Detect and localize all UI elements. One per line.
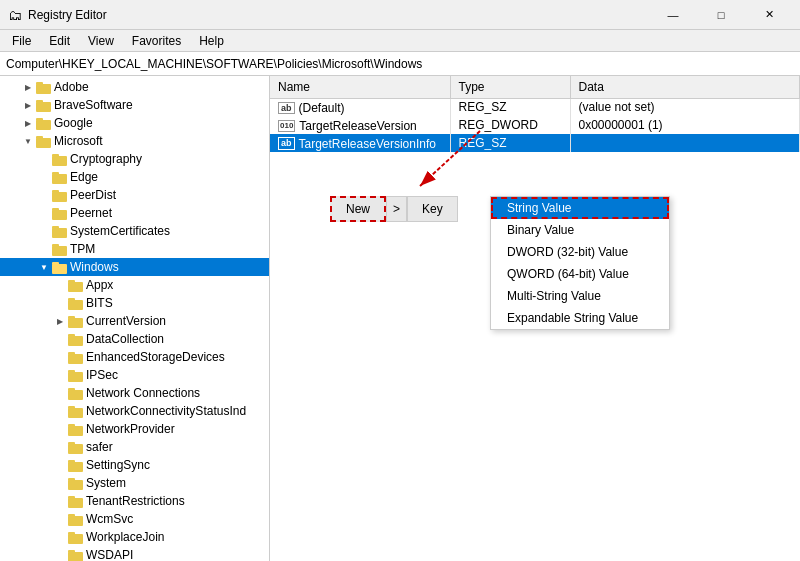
new-button[interactable]: New [330, 196, 386, 222]
svg-rect-1 [36, 82, 43, 85]
col-name[interactable]: Name [270, 76, 450, 98]
svg-rect-37 [68, 406, 75, 409]
svg-rect-31 [68, 352, 75, 355]
folder-icon-bits [68, 295, 84, 311]
svg-rect-5 [36, 118, 43, 121]
context-popup-multistring-value[interactable]: Multi-String Value [491, 285, 669, 307]
expander-appx [52, 277, 68, 293]
tree-item-wcmsvc[interactable]: WcmSvc [0, 510, 269, 528]
tree-item-tenantrestrictions[interactable]: TenantRestrictions [0, 492, 269, 510]
maximize-button[interactable]: □ [698, 0, 744, 30]
reg-icon-dword: 010 TargetReleaseVersion [278, 119, 417, 133]
expander-system [52, 475, 68, 491]
tree-label-systemcertificates: SystemCertificates [70, 224, 170, 238]
tree-item-windows[interactable]: Windows [0, 258, 269, 276]
expander-microsoft[interactable] [20, 133, 36, 149]
tree-item-bits[interactable]: BITS [0, 294, 269, 312]
col-data[interactable]: Data [570, 76, 800, 98]
menu-favorites[interactable]: Favorites [124, 32, 189, 50]
expander-cryptography [36, 151, 52, 167]
tree-item-adobe[interactable]: Adobe [0, 78, 269, 96]
folder-icon-workplacejoin [68, 529, 84, 545]
minimize-button[interactable]: — [650, 0, 696, 30]
tree-item-enhancedstoragedevices[interactable]: EnhancedStorageDevices [0, 348, 269, 366]
table-row[interactable]: ab (Default) REG_SZ (value not set) [270, 98, 800, 116]
tree-item-networkconnectivity[interactable]: NetworkConnectivityStatusInd [0, 402, 269, 420]
col-type[interactable]: Type [450, 76, 570, 98]
folder-icon-google [36, 115, 52, 131]
context-popup-string-value[interactable]: String Value [491, 197, 669, 219]
dword-icon: 010 [278, 120, 295, 132]
tree-panel[interactable]: Adobe BraveSoftware Google Microsoft [0, 76, 270, 561]
submenu-key[interactable]: Key [407, 196, 458, 222]
tree-item-bravesoftware[interactable]: BraveSoftware [0, 96, 269, 114]
expander-currentversion[interactable] [52, 313, 68, 329]
row-type-targetreleaseversion: REG_DWORD [450, 116, 570, 134]
tree-item-systemcertificates[interactable]: SystemCertificates [0, 222, 269, 240]
tree-item-currentversion[interactable]: CurrentVersion [0, 312, 269, 330]
context-popup-dword-value[interactable]: DWORD (32-bit) Value [491, 241, 669, 263]
close-button[interactable]: ✕ [746, 0, 792, 30]
svg-rect-2 [36, 102, 51, 112]
menu-help[interactable]: Help [191, 32, 232, 50]
tree-item-ipsec[interactable]: IPSec [0, 366, 269, 384]
folder-icon-tpm [52, 241, 68, 257]
menu-edit[interactable]: Edit [41, 32, 78, 50]
tree-label-adobe: Adobe [54, 80, 89, 94]
expander-windows[interactable] [36, 259, 52, 275]
tree-label-edge: Edge [70, 170, 98, 184]
svg-rect-38 [68, 426, 83, 436]
svg-rect-24 [68, 300, 83, 310]
tree-item-settingsync[interactable]: SettingSync [0, 456, 269, 474]
tree-item-tpm[interactable]: TPM [0, 240, 269, 258]
tree-item-networkconnections[interactable]: Network Connections [0, 384, 269, 402]
expander-networkconnectivity [52, 403, 68, 419]
svg-rect-42 [68, 462, 83, 472]
tree-item-networkprovider[interactable]: NetworkProvider [0, 420, 269, 438]
tree-label-tpm: TPM [70, 242, 95, 256]
tree-item-system[interactable]: System [0, 474, 269, 492]
expander-adobe[interactable] [20, 79, 36, 95]
expander-bravesoftware[interactable] [20, 97, 36, 113]
svg-rect-36 [68, 408, 83, 418]
folder-icon-systemcertificates [52, 223, 68, 239]
svg-rect-15 [52, 208, 59, 211]
folder-icon-settingsync [68, 457, 84, 473]
tree-item-google[interactable]: Google [0, 114, 269, 132]
expander-peerdist [36, 187, 52, 203]
tree-label-google: Google [54, 116, 93, 130]
svg-rect-20 [52, 264, 67, 274]
tree-item-cryptography[interactable]: Cryptography [0, 150, 269, 168]
tree-item-peernet[interactable]: Peernet [0, 204, 269, 222]
svg-rect-18 [52, 246, 67, 256]
tree-item-workplacejoin[interactable]: WorkplaceJoin [0, 528, 269, 546]
folder-icon-microsoft [36, 133, 52, 149]
menu-view[interactable]: View [80, 32, 122, 50]
submenu-arrow: > [386, 196, 407, 222]
menu-file[interactable]: File [4, 32, 39, 50]
row-name-default: ab (Default) [270, 98, 450, 116]
tree-item-microsoft[interactable]: Microsoft [0, 132, 269, 150]
tree-item-appx[interactable]: Appx [0, 276, 269, 294]
tree-label-cryptography: Cryptography [70, 152, 142, 166]
expander-wcmsvc [52, 511, 68, 527]
folder-icon-enhancedstoragedevices [68, 349, 84, 365]
folder-icon-cryptography [52, 151, 68, 167]
context-popup-binary-value[interactable]: Binary Value [491, 219, 669, 241]
tree-item-wsdapi[interactable]: WSDAPI [0, 546, 269, 561]
tree-item-edge[interactable]: Edge [0, 168, 269, 186]
expander-google[interactable] [20, 115, 36, 131]
table-row-selected[interactable]: ab TargetReleaseVersionInfo REG_SZ [270, 134, 800, 152]
context-popup-expandable-value[interactable]: Expandable String Value [491, 307, 669, 329]
ab-icon-targetreleaseversioninfo: ab [278, 137, 295, 150]
context-popup-qword-value[interactable]: QWORD (64-bit) Value [491, 263, 669, 285]
folder-icon-networkconnectivity [68, 403, 84, 419]
tree-item-datacollection[interactable]: DataCollection [0, 330, 269, 348]
row-data-targetreleaseversioninfo [570, 134, 800, 152]
tree-item-safer[interactable]: safer [0, 438, 269, 456]
right-panel: Name Type Data ab (Default) REG_SZ (valu… [270, 76, 800, 561]
svg-rect-7 [36, 136, 43, 139]
table-row[interactable]: 010 TargetReleaseVersion REG_DWORD 0x000… [270, 116, 800, 134]
expander-ipsec [52, 367, 68, 383]
tree-item-peerdist[interactable]: PeerDist [0, 186, 269, 204]
